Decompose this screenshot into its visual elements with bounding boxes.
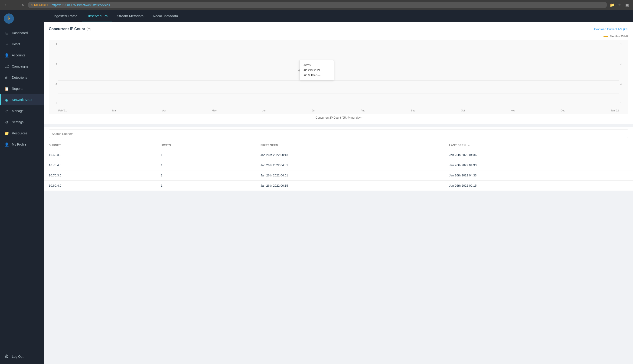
sidebar-item-hosts[interactable]: 🖥 Hosts [0,38,44,50]
forward-button[interactable]: → [11,2,18,8]
sidebar-item-label: Campaigns [12,64,28,68]
sidebar-item-network-stats[interactable]: ◉ Network Stats [0,94,44,106]
tab-recall-metadata[interactable]: Recall Metadata [148,10,182,22]
sidebar-item-label: Hosts [12,42,20,46]
cell-subnet: 10.70.4.0 [44,160,156,170]
chart-legend: Monthly 95th% [49,35,628,38]
chart-y-axis-right: 4 3 2 1 [619,40,628,107]
sidebar: 🏃 ⊞ Dashboard 🖥 Hosts 👤 Accounts ⎇ Campa… [0,10,44,364]
sidebar-item-my-profile[interactable]: 👤 My Profile [0,139,44,150]
sort-icon: ▼ [468,144,470,147]
tooltip-arrow: ◀ [298,67,300,73]
settings-icon: ⚙ [4,120,9,124]
url-text: https://52.148.175.49/network-stats/devi… [52,3,110,7]
my-profile-icon: 👤 [4,142,9,147]
sidebar-item-resources[interactable]: 📁 Resources [0,128,44,139]
not-secure-label: Not Secure [34,3,48,6]
data-table: SUBNET HOSTS FIRST SEEN LAST SEEN ▼ 10.6… [44,141,633,191]
sidebar-item-dashboard[interactable]: ⊞ Dashboard [0,28,44,38]
sidebar-item-label: Resources [12,132,28,135]
legend-line [604,36,608,37]
sidebar-item-reports[interactable]: 📋 Reports [0,83,44,94]
table-row[interactable]: 10.70.3.0 1 Jan 26th 2022 04:01 Jan 26th… [44,170,633,180]
col-first-seen: FIRST SEEN [256,141,444,150]
manage-icon: ⊙ [4,109,9,113]
cell-subnet: 10.60.4.0 [44,180,156,191]
not-secure-badge: ⚠ Not Secure [31,3,48,6]
chart-cursor-line [294,40,294,107]
reports-icon: 📋 [4,86,9,91]
cell-first-seen: Jan 26th 2022 04:01 [256,170,444,180]
reload-button[interactable]: ↻ [20,2,26,8]
table-body: 10.60.3.0 1 Jan 26th 2022 00:13 Jan 26th… [44,150,633,191]
col-last-seen[interactable]: LAST SEEN ▼ [444,141,633,150]
url-path: /network-stats/devices [80,3,110,7]
warning-icon: ⚠ [31,3,33,6]
sidebar-nav: ⊞ Dashboard 🖥 Hosts 👤 Accounts ⎇ Campaig… [0,28,44,349]
cell-first-seen: Jan 26th 2022 00:15 [256,180,444,191]
chart-axis-label: Concurrent IP Count (95th% per day) [49,116,628,119]
logout-icon: ⏻ [4,354,9,359]
network-stats-icon: ◉ [4,98,9,102]
tab-ingested-traffic[interactable]: Ingested Traffic [49,10,82,22]
more-button[interactable]: ▣ [624,2,630,8]
bookmark-button[interactable]: ☆ [616,2,623,8]
table-row[interactable]: 10.60.4.0 1 Jan 26th 2022 00:15 Jan 26th… [44,180,633,191]
sidebar-item-manage[interactable]: ⊙ Manage [0,106,44,116]
sidebar-item-label: Detections [12,76,27,80]
search-subnets-input[interactable] [49,130,628,138]
cell-last-seen: Jan 26th 2022 04:33 [444,170,633,180]
sidebar-item-logout[interactable]: ⏻ Log Out [0,351,44,362]
sidebar-item-label: Reports [12,87,23,90]
resources-icon: 📁 [4,131,9,136]
sidebar-item-settings[interactable]: ⚙ Settings [0,116,44,128]
content-area[interactable]: Concurrent IP Count ? Download Current I… [44,22,633,364]
back-button[interactable]: ← [3,2,9,8]
cell-hosts: 1 [156,150,256,160]
address-bar[interactable]: ⚠ Not Secure | https://52.148.175.49/net… [28,2,607,8]
sidebar-bottom: ⏻ Log Out [0,349,44,364]
cell-hosts: 1 [156,170,256,180]
main-content: Ingested Traffic Observed IPs Stream Met… [44,10,633,364]
cell-last-seen: Jan 26th 2022 04:33 [444,160,633,170]
share-button[interactable]: 📁 [609,2,615,8]
cell-first-seen: Jan 26th 2022 04:01 [256,160,444,170]
url-protocol: https:// [52,3,60,7]
table-row[interactable]: 10.60.3.0 1 Jan 26th 2022 00:13 Jan 26th… [44,150,633,160]
chart-section: Concurrent IP Count ? Download Current I… [44,22,633,124]
chart-tooltip: ◀ 95th%: — Jun 21st 2021 Jun 95th%: — [299,60,334,80]
table-row[interactable]: 10.70.4.0 1 Jan 26th 2022 04:01 Jan 26th… [44,160,633,170]
chart-x-axis: Feb '21 Mar Apr May Jun Jul Aug Sep Oct … [58,107,619,114]
logo-icon: 🏃 [4,14,14,24]
sidebar-item-label: Dashboard [12,31,28,35]
browser-actions: 📁 ☆ ▣ [609,2,630,8]
sidebar-logo: 🏃 [0,10,44,28]
download-link[interactable]: Download Current IPs (CS [593,28,628,31]
browser-chrome: ← → ↻ ⚠ Not Secure | https://52.148.175.… [0,0,633,10]
chart-title: Concurrent IP Count ? [49,27,91,31]
sidebar-item-label: Manage [12,109,24,113]
top-tabs: Ingested Traffic Observed IPs Stream Met… [44,10,633,22]
sidebar-item-detections[interactable]: ◎ Detections [0,72,44,83]
app-layout: 🏃 ⊞ Dashboard 🖥 Hosts 👤 Accounts ⎇ Campa… [0,10,633,364]
sidebar-item-accounts[interactable]: 👤 Accounts [0,50,44,61]
hosts-icon: 🖥 [4,42,9,46]
cell-subnet: 10.60.3.0 [44,150,156,160]
sidebar-item-label: Settings [12,120,24,124]
cell-subnet: 10.70.3.0 [44,170,156,180]
dashboard-icon: ⊞ [4,31,9,35]
col-subnet: SUBNET [44,141,156,150]
help-icon[interactable]: ? [87,27,91,31]
accounts-icon: 👤 [4,53,9,58]
url-host: 52.148.175.49 [60,3,80,7]
sidebar-item-campaigns[interactable]: ⎇ Campaigns [0,61,44,72]
tab-observed-ips[interactable]: Observed IPs [82,10,112,22]
tab-stream-metadata[interactable]: Stream Metadata [112,10,148,22]
chart-plot-area: ◀ 95th%: — Jun 21st 2021 Jun 95th%: — [58,40,619,107]
col-hosts: HOSTS [156,141,256,150]
cell-last-seen: Jan 26th 2022 04:36 [444,150,633,160]
cell-hosts: 1 [156,180,256,191]
cell-hosts: 1 [156,160,256,170]
cell-first-seen: Jan 26th 2022 00:13 [256,150,444,160]
chart-wrapper: 4 3 2 1 4 3 2 1 [49,40,628,114]
